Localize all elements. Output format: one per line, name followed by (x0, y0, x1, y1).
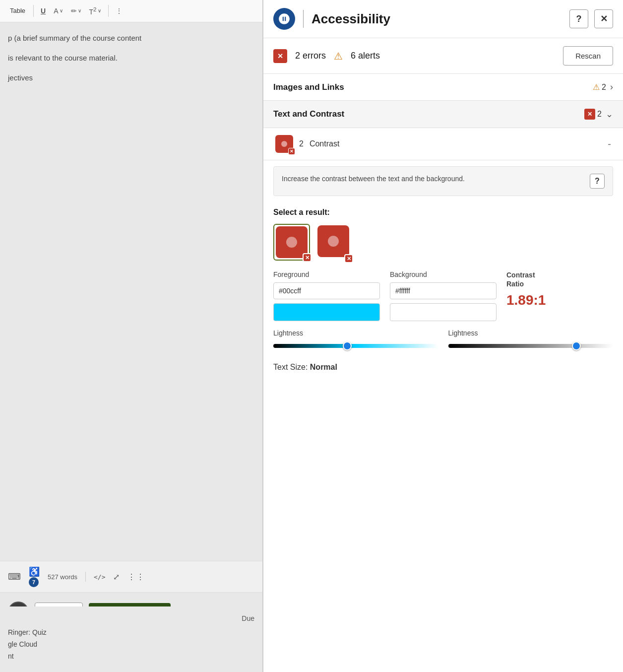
text-size-value: Normal (310, 363, 337, 371)
chevron-down-icon: ∨ (60, 8, 63, 13)
content-line-1: p (a brief summary of the course content (8, 32, 254, 44)
superscript-button[interactable]: T2 ∨ (86, 4, 104, 18)
right-panel: Accessibility ? ✕ ✕ 2 errors ⚠ 6 alerts … (263, 0, 623, 672)
toolbar-divider (33, 5, 34, 17)
accessibility-badge-container: ♿ 7 (29, 566, 40, 587)
foreground-label: Foreground (273, 270, 380, 278)
result-icon-2-bg (317, 225, 349, 257)
contrast-row: ✕ 2 Contrast - (263, 128, 623, 160)
bottom-item-1: Ringer: Quiz (8, 628, 254, 636)
section2-label: Text and Contrast (273, 109, 584, 119)
foreground-slider-thumb (343, 341, 352, 350)
section2-count: 2 (597, 110, 602, 119)
toolbar: Table U A ∨ ✏ ∨ T2 ∨ ⋮ (0, 0, 262, 22)
more-icon: ⋮ (116, 7, 123, 15)
editor-footer: ⌨ ♿ 7 527 words </> ⤢ ⋮⋮ (0, 561, 262, 593)
section2-chevron-icon: ⌄ (606, 109, 613, 120)
foreground-lightness-group: Lightness (273, 329, 438, 351)
underline-button[interactable]: U (38, 5, 49, 17)
highlight-icon: ✏ (71, 7, 77, 15)
result-item-2[interactable]: ✕ (316, 224, 351, 261)
foreground-input[interactable] (273, 282, 380, 299)
color-pickers-row: Foreground Background ContrastRatio 1.89… (273, 270, 613, 321)
content-line-2: is relevant to the course material. (8, 52, 254, 64)
text-size-row: Text Size: Normal (273, 359, 613, 376)
description-help-button[interactable]: ? (590, 174, 605, 189)
help-button[interactable]: ? (569, 9, 588, 28)
font-color-button[interactable]: A ∨ (51, 5, 65, 17)
select-result-label: Select a result: (273, 208, 613, 217)
result-error-badge-1: ✕ (303, 253, 312, 262)
result-dot-1 (286, 237, 297, 248)
bottom-item-3: nt (8, 652, 254, 660)
description-box: Increase the contrast between the text a… (273, 166, 613, 196)
contrast-ratio-value: 1.89:1 (506, 292, 546, 308)
result-item-1[interactable]: ✕ (273, 224, 310, 261)
background-input[interactable] (390, 282, 497, 299)
summary-row: ✕ 2 errors ⚠ 6 alerts Rescan (263, 38, 623, 74)
result-items: ✕ ✕ (273, 224, 613, 261)
accessibility-header: Accessibility ? ✕ (263, 0, 623, 38)
drag-handle-icon: ⋮⋮ (127, 572, 145, 582)
section1-count: 2 (602, 83, 606, 92)
app-logo (273, 8, 295, 30)
background-lightness-group: Lightness (448, 329, 614, 351)
contrast-error-badge: ✕ (288, 148, 295, 155)
footer-divider (85, 572, 86, 582)
text-and-contrast-section[interactable]: Text and Contrast ✕ 2 ⌄ (263, 101, 623, 128)
more-options-button[interactable]: ⋮ (113, 5, 125, 17)
contrast-ratio-label: ContrastRatio (506, 270, 535, 288)
contrast-label: Contrast (310, 139, 608, 148)
keyboard-icon: ⌨ (8, 571, 21, 582)
lightness-label-2: Lightness (448, 329, 614, 337)
text-size-label: Text Size: (273, 363, 310, 371)
section1-alert-icon: ⚠ (593, 82, 600, 92)
expand-icon: ⤢ (113, 572, 120, 582)
toolbar-label: Table (6, 5, 29, 16)
bottom-content: Due Ringer: Quiz gle Cloud nt (0, 606, 262, 672)
lightness-label-1: Lightness (273, 329, 438, 337)
result-error-badge-2: ✕ (344, 254, 353, 263)
superscript-label: T2 (89, 6, 97, 16)
section2-error-icon: ✕ (584, 109, 595, 120)
content-objectives: jectives (8, 72, 254, 84)
lightness-section: Lightness Lightness (273, 329, 613, 351)
underline-icon: U (41, 7, 46, 15)
background-lightness-slider[interactable] (448, 341, 614, 351)
accessibility-count-badge: 7 (29, 577, 39, 587)
highlight-button[interactable]: ✏ ∨ (68, 5, 84, 17)
images-and-links-section[interactable]: Images and Links ⚠ 2 › (263, 74, 623, 101)
chevron-down-icon: ∨ (98, 8, 101, 13)
contrast-icon-container: ✕ (275, 135, 293, 153)
foreground-lightness-slider[interactable] (273, 341, 438, 351)
contrast-count: 2 (299, 139, 304, 148)
rescan-button[interactable]: Rescan (563, 46, 613, 66)
alerts-count-label: 6 alerts (351, 51, 380, 61)
toolbar-divider-2 (108, 5, 109, 17)
close-button[interactable]: ✕ (594, 9, 613, 28)
due-label: Due (8, 614, 254, 622)
description-text: Increase the contrast between the text a… (282, 174, 584, 184)
contrast-ratio-group: ContrastRatio 1.89:1 (506, 270, 613, 308)
chevron-down-icon: ∨ (78, 8, 81, 13)
contrast-collapse-button[interactable]: - (608, 138, 611, 150)
foreground-group: Foreground (273, 270, 380, 321)
foreground-slider-track (273, 344, 438, 348)
result-dot-2 (328, 236, 339, 247)
section1-label: Images and Links (273, 82, 593, 92)
background-group: Background (390, 270, 497, 321)
background-label: Background (390, 270, 497, 278)
foreground-swatch[interactable] (273, 303, 380, 321)
code-view-icon: </> (94, 573, 105, 581)
errors-count-label: 2 errors (295, 51, 326, 61)
background-slider-track (448, 344, 614, 348)
logo-svg (278, 12, 291, 25)
font-color-label: A (54, 7, 58, 15)
header-divider (303, 10, 304, 28)
background-swatch[interactable] (390, 303, 497, 321)
background-slider-thumb (572, 341, 581, 350)
section1-chevron-icon: › (610, 82, 613, 92)
contrast-dot (281, 141, 287, 147)
alert-icon: ⚠ (334, 50, 343, 62)
panel-title: Accessibility (312, 11, 563, 27)
